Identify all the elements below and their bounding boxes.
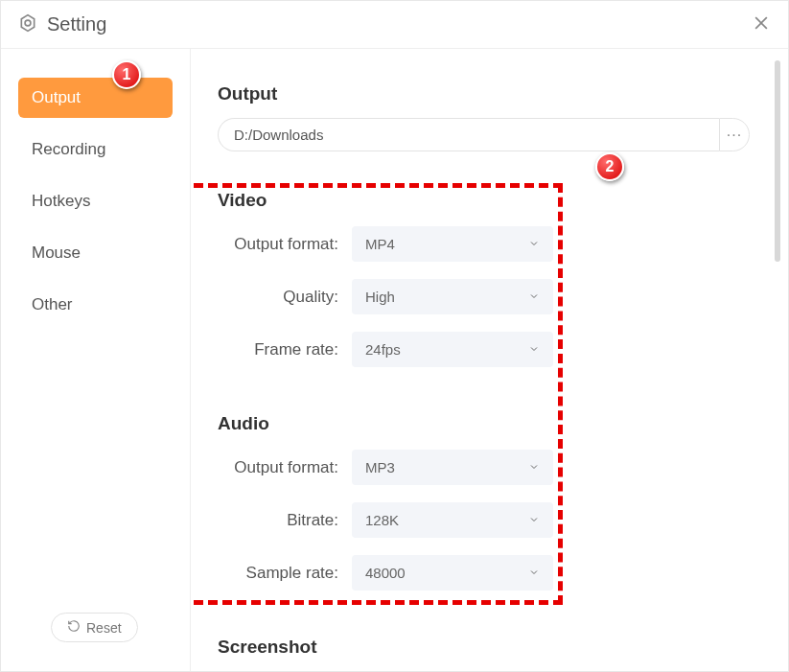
sidebar-item-output[interactable]: Output xyxy=(18,78,173,118)
chevron-down-icon xyxy=(528,459,540,475)
sidebar-item-mouse[interactable]: Mouse xyxy=(18,233,173,273)
sidebar-item-recording[interactable]: Recording xyxy=(18,129,173,170)
sidebar-item-label: Other xyxy=(32,295,73,313)
select-value: 128K xyxy=(365,512,399,528)
sidebar-item-hotkeys[interactable]: Hotkeys xyxy=(18,181,173,221)
select-quality[interactable]: High xyxy=(352,279,553,314)
ellipsis-icon: ··· xyxy=(727,127,742,144)
reset-button[interactable]: Reset xyxy=(51,613,138,642)
annotation-marker-1: 1 xyxy=(112,60,141,89)
section-output-title: Output xyxy=(218,83,750,104)
select-value: MP4 xyxy=(365,236,395,252)
svg-point-1 xyxy=(25,20,31,26)
label-audio-format: Output format: xyxy=(218,458,352,477)
annotation-marker-2: 2 xyxy=(595,152,624,181)
dialog-title: Setting xyxy=(47,13,106,35)
sidebar-item-other[interactable]: Other xyxy=(18,285,173,325)
select-value: High xyxy=(365,289,395,305)
chevron-down-icon xyxy=(528,289,540,305)
sidebar-item-label: Recording xyxy=(32,140,106,158)
chevron-down-icon xyxy=(528,512,540,528)
label-quality: Quality: xyxy=(218,288,352,307)
reset-label: Reset xyxy=(86,620,122,636)
select-samplerate[interactable]: 48000 xyxy=(352,555,553,591)
header: Setting xyxy=(1,1,788,49)
sidebar-item-label: Hotkeys xyxy=(32,192,90,210)
output-path-input[interactable] xyxy=(218,118,719,151)
sidebar-item-label: Output xyxy=(32,88,81,106)
scrollbar[interactable] xyxy=(775,60,780,262)
label-bitrate: Bitrate: xyxy=(218,511,352,530)
section-video-title: Video xyxy=(218,190,750,211)
svg-marker-0 xyxy=(21,14,34,31)
select-framerate[interactable]: 24fps xyxy=(352,332,553,367)
refresh-icon xyxy=(67,619,81,636)
section-audio-title: Audio xyxy=(218,413,750,434)
select-video-format[interactable]: MP4 xyxy=(352,226,553,262)
select-value: 24fps xyxy=(365,341,401,358)
chevron-down-icon xyxy=(528,341,540,358)
gear-icon xyxy=(18,13,37,36)
sidebar-item-label: Mouse xyxy=(32,243,81,262)
select-audio-format[interactable]: MP3 xyxy=(352,450,553,485)
chevron-down-icon xyxy=(528,236,540,252)
select-bitrate[interactable]: 128K xyxy=(352,502,553,538)
sidebar: Output Recording Hotkeys Mouse Other Res… xyxy=(1,49,191,671)
label-framerate: Frame rate: xyxy=(218,340,352,359)
browse-button[interactable]: ··· xyxy=(719,118,750,151)
chevron-down-icon xyxy=(528,565,540,581)
close-icon[interactable] xyxy=(752,13,771,36)
select-value: MP3 xyxy=(365,459,395,475)
main-panel: Output ··· Video Output format: MP4 Qual… xyxy=(191,49,788,671)
label-video-format: Output format: xyxy=(218,235,352,254)
section-screenshot-title: Screenshot xyxy=(218,637,750,658)
label-samplerate: Sample rate: xyxy=(218,564,352,583)
select-value: 48000 xyxy=(365,565,406,581)
